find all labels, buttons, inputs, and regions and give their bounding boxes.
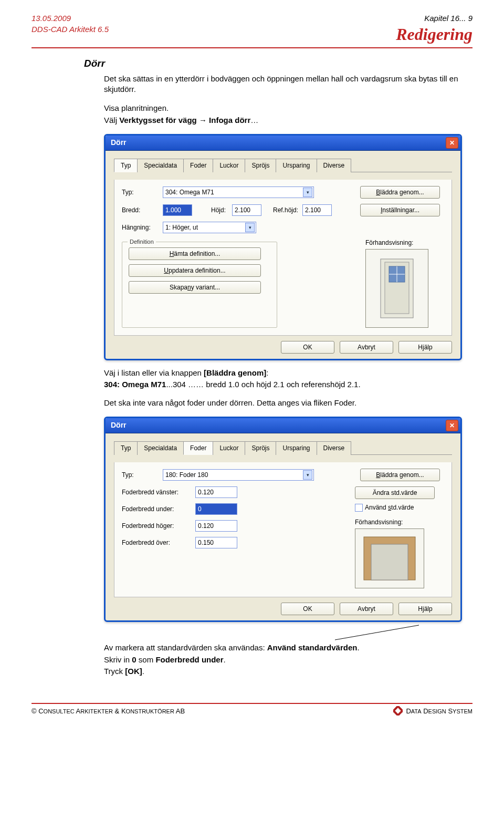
foder-typ-value: 180: Foder 180 [165, 471, 208, 479]
settings-button[interactable]: Inställningar... [360, 204, 440, 216]
browse-button[interactable]: Bläddra genom... [360, 469, 440, 481]
foderbredd-hoger-input[interactable]: 0.120 [195, 520, 237, 532]
label-foderbredd-vanster: Foderbredd vänster: [122, 488, 195, 496]
typ-value: 304: Omega M71 [165, 188, 214, 196]
use-std-checkbox[interactable]: Använd std.värde [355, 503, 414, 512]
chevron-down-icon: ▾ [303, 470, 312, 480]
ok-button[interactable]: OK [281, 603, 334, 615]
body-p3: Välj Verktygsset för vägg → Infoga dörr… [104, 115, 462, 126]
chevron-down-icon: ▾ [303, 188, 312, 197]
foder-preview [355, 528, 424, 588]
bredd-input[interactable]: 1.000 [163, 204, 192, 216]
foderbredd-over-input[interactable]: 0.150 [195, 537, 237, 548]
label-refhojd: Ref.höjd: [273, 206, 302, 214]
label-typ: Typ: [122, 188, 163, 196]
tab-diverse[interactable]: Diverse [317, 159, 352, 172]
foder-typ-select[interactable]: 180: Foder 180 ▾ [163, 469, 314, 481]
tab-strip: Typ Specialdata Foder Luckor Spröjs Ursp… [114, 158, 452, 172]
hojd-input[interactable]: 2.100 [232, 204, 261, 216]
door-preview [365, 249, 428, 328]
hangning-value: 1: Höger, ut [165, 223, 198, 232]
header-title: Redigering [396, 23, 472, 46]
footer-left: © CONSULTEC ARKITEKTER & KONSTRUKTÖRER A… [32, 707, 185, 715]
section-heading: Dörr [84, 58, 462, 69]
tab-specialdata[interactable]: Specialdata [137, 441, 184, 455]
refhojd-input[interactable]: 2.100 [302, 204, 332, 216]
page-header: 13.05.2009 DDS-CAD Arkitekt 6.5 Kapitel … [32, 13, 472, 46]
tab-luckor[interactable]: Luckor [213, 159, 245, 172]
label-foderbredd-over: Foderbredd över: [122, 538, 195, 547]
tab-ursparing[interactable]: Ursparing [276, 159, 317, 172]
hangning-select[interactable]: 1: Höger, ut ▾ [163, 222, 256, 233]
close-icon[interactable]: ✕ [446, 137, 458, 149]
foderbredd-vanster-input[interactable]: 0.120 [195, 486, 237, 498]
header-product: DDS-CAD Arkitekt 6.5 [32, 24, 109, 35]
help-button[interactable]: Hjälp [398, 341, 452, 354]
change-std-button[interactable]: Ändra std.värde [355, 486, 435, 499]
tab-foder[interactable]: Foder [183, 441, 213, 455]
preview-label: Förhandsvisning: [365, 239, 444, 247]
tab-sprojs[interactable]: Spröjs [245, 441, 276, 455]
label-foderbredd-under: Foderbredd under: [122, 505, 195, 513]
typ-select[interactable]: 304: Omega M71 ▾ [163, 186, 314, 198]
fetch-definition-button[interactable]: Hämta definition... [129, 247, 261, 260]
tab-sprojs[interactable]: Spröjs [245, 159, 276, 172]
dialog-titlebar: Dörr ✕ [106, 418, 460, 433]
door-dialog-typ: Dörr ✕ Typ Specialdata Foder Luckor Sprö… [104, 134, 462, 360]
dds-logo-icon [393, 706, 403, 716]
definition-group: Definition Hämta definition... Uppdatera… [122, 242, 277, 328]
cancel-button[interactable]: Avbryt [340, 341, 393, 354]
header-chapter: Kapitel 16... 9 [396, 13, 472, 24]
body-mid2: 304: Omega M71...304 …… bredd 1.0 och hö… [104, 379, 462, 390]
body-p2: Visa planritningen. [104, 103, 462, 113]
page-footer: © CONSULTEC ARKITEKTER & KONSTRUKTÖRER A… [0, 706, 504, 721]
door-dialog-foder: Dörr ✕ Typ Specialdata Foder Luckor Sprö… [104, 417, 462, 622]
svg-line-7 [335, 625, 419, 640]
foderbredd-under-input[interactable]: 0 [195, 503, 237, 515]
tab-typ[interactable]: Typ [114, 159, 138, 172]
chevron-down-icon: ▾ [245, 223, 255, 232]
definition-group-title: Definition [128, 238, 156, 246]
callout-leader [104, 629, 462, 650]
preview-label: Förhandsvisning: [355, 518, 444, 526]
tab-typ[interactable]: Typ [114, 441, 138, 455]
label-typ: Typ: [122, 471, 163, 479]
dialog-titlebar: Dörr ✕ [106, 136, 460, 151]
label-foderbredd-hoger: Foderbredd höger: [122, 522, 195, 530]
browse-button[interactable]: Bläddra genom... [360, 186, 440, 199]
ok-button[interactable]: OK [281, 341, 334, 354]
footer-rule [32, 703, 472, 704]
label-hojd: Höjd: [211, 206, 232, 214]
tab-specialdata[interactable]: Specialdata [137, 159, 184, 172]
body-end3: Tryck [OK]. [104, 666, 462, 677]
update-definition-button[interactable]: Uppdatera definition... [129, 264, 261, 277]
body-mid1: Väj i listan eller via knappen [Bläddra … [104, 368, 462, 378]
body-end2: Skriv in 0 som Foderbredd under. [104, 655, 462, 665]
footer-right: DATA DESIGN SYSTEM [393, 706, 472, 716]
body-p1: Det ska sättas in en ytterdörr i bodvägg… [104, 74, 462, 95]
tab-diverse[interactable]: Diverse [317, 441, 352, 455]
checkbox-icon [355, 504, 363, 512]
create-variant-button[interactable]: Skapa ny variant... [129, 281, 261, 294]
label-bredd: Bredd: [122, 206, 163, 214]
cancel-button[interactable]: Avbryt [340, 603, 393, 615]
help-button[interactable]: Hjälp [398, 603, 452, 615]
dialog-title-text: Dörr [111, 420, 127, 430]
label-hangning: Hängning: [122, 223, 163, 232]
svg-rect-6 [371, 544, 408, 580]
body-mid3: Det ska inte vara något foder under dörr… [104, 398, 462, 408]
tab-foder[interactable]: Foder [183, 159, 213, 172]
close-icon[interactable]: ✕ [446, 420, 458, 431]
tab-strip: Typ Specialdata Foder Luckor Spröjs Ursp… [114, 441, 452, 455]
dialog-title-text: Dörr [111, 138, 127, 148]
header-date: 13.05.2009 [32, 13, 109, 24]
header-rule [32, 47, 472, 48]
tab-luckor[interactable]: Luckor [213, 441, 245, 455]
tab-ursparing[interactable]: Ursparing [276, 441, 317, 455]
